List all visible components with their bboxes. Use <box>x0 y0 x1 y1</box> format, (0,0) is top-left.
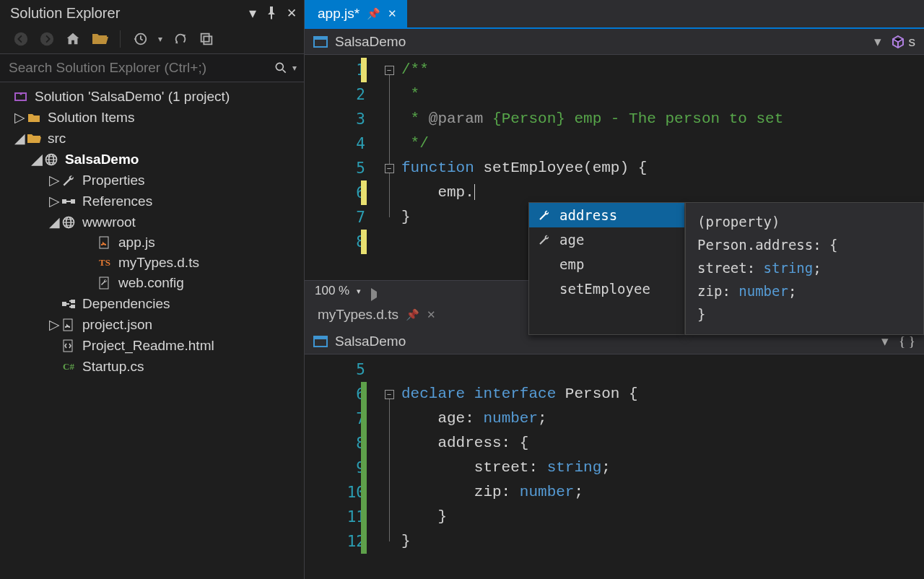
chevron-down-icon[interactable]: ▾ <box>881 333 889 349</box>
folder-open-icon[interactable] <box>91 32 108 46</box>
project-icon <box>313 36 328 48</box>
editor-appjs[interactable]: 1 2 3 4 5 6 7 8 − − /** * <box>305 55 924 280</box>
fold-strip: − <box>377 354 401 579</box>
tooltip-line: street: string; <box>697 256 912 279</box>
fold-toggle[interactable]: − <box>385 66 394 75</box>
dropdown-icon[interactable]: ▾ <box>158 34 162 44</box>
solution-explorer-title: Solution Explorer <box>10 5 249 22</box>
wrench-icon <box>538 233 552 246</box>
svg-rect-18 <box>64 319 72 331</box>
back-icon[interactable] <box>13 31 29 47</box>
properties-node[interactable]: ▷ Properties <box>3 170 301 191</box>
cs-file-icon: C# <box>61 361 77 373</box>
fold-toggle[interactable]: − <box>385 390 394 399</box>
search-icon[interactable] <box>274 61 288 75</box>
src-node[interactable]: ◢ src <box>3 128 301 149</box>
projectjson-node[interactable]: ▷ project.json <box>3 314 301 335</box>
svg-rect-16 <box>71 300 75 303</box>
tab-mytypes[interactable]: myTypes.d.ts 📌 ✕ <box>305 301 446 328</box>
fold-toggle[interactable]: − <box>385 164 394 173</box>
history-icon[interactable] <box>132 31 148 47</box>
references-node[interactable]: ▷ References <box>3 191 301 212</box>
globe-icon <box>43 152 59 167</box>
top-tabs: app.js* 📌 ✕ <box>305 0 924 29</box>
tree-label: Properties <box>82 173 145 188</box>
intellisense-popup: address age emp setEmployee (property) P… <box>528 202 924 335</box>
js-file-icon <box>97 236 113 249</box>
svg-point-1 <box>40 32 53 45</box>
search-dropdown-icon[interactable]: ▾ <box>292 63 297 73</box>
pin-icon[interactable]: 📌 <box>367 7 380 20</box>
chevron-down-icon[interactable]: ▾ <box>357 287 361 296</box>
project-icon <box>313 336 328 347</box>
tree-label: app.js <box>118 235 155 251</box>
close-icon[interactable]: ✕ <box>287 6 297 21</box>
collapse-all-icon[interactable] <box>199 31 214 47</box>
tree-label: myTypes.d.ts <box>118 255 199 271</box>
intellisense-item[interactable]: emp <box>529 252 684 277</box>
braces-icon[interactable]: { } <box>899 334 915 349</box>
line-gutter: 1 2 3 4 5 6 7 8 <box>305 55 377 280</box>
globe-icon <box>61 215 77 230</box>
code-body[interactable]: declare interface Person { age: number; … <box>401 354 924 579</box>
mytypes-node[interactable]: TS myTypes.d.ts <box>3 253 301 273</box>
pin-icon[interactable] <box>266 6 276 19</box>
solution-label: Solution 'SalsaDemo' (1 project) <box>35 89 230 105</box>
intellisense-item[interactable]: age <box>529 227 684 252</box>
svg-rect-23 <box>314 336 327 339</box>
tree-label: wwwroot <box>82 214 136 230</box>
chevron-down-icon[interactable]: ▾ <box>874 33 881 50</box>
project-name: SalsaDemo <box>335 334 406 349</box>
cube-icon[interactable] <box>892 35 905 48</box>
svg-rect-13 <box>100 237 108 248</box>
tab-appjs[interactable]: app.js* 📌 ✕ <box>305 0 407 27</box>
tooltip-line: (property) Person.address: { <box>697 210 912 256</box>
home-icon[interactable] <box>65 31 81 47</box>
project-dropdown-top[interactable]: SalsaDemo ▾ s <box>305 29 924 55</box>
wwwroot-node[interactable]: ◢ wwwroot <box>3 212 301 232</box>
dependencies-node[interactable]: ▷ Dependencies <box>3 293 301 314</box>
tree-label: References <box>82 193 152 209</box>
intellisense-item[interactable]: address <box>529 203 684 227</box>
dropdown-icon[interactable]: ▾ <box>249 4 256 22</box>
zoom-level[interactable]: 100 % <box>315 284 349 298</box>
solution-explorer-panel: Solution Explorer ▾ ✕ ▾ <box>0 0 305 579</box>
fold-strip: − − <box>377 55 401 280</box>
intellisense-list[interactable]: address age emp setEmployee <box>528 202 685 335</box>
intellisense-tooltip: (property) Person.address: { street: str… <box>685 202 924 335</box>
editor-area: app.js* 📌 ✕ SalsaDemo ▾ s 1 2 3 4 5 6 7 <box>305 0 924 579</box>
intellisense-item[interactable]: setEmployee <box>529 277 684 301</box>
svg-point-0 <box>14 32 27 45</box>
project-node[interactable]: ◢ SalsaDemo <box>3 149 301 170</box>
line-gutter: 5 6 7 8 9 10 11 12 <box>305 354 377 579</box>
startup-node[interactable]: ▷ C# Startup.cs <box>3 356 301 377</box>
tab-label: app.js* <box>318 6 359 22</box>
pin-icon[interactable]: 📌 <box>406 308 419 321</box>
editor-mytypes[interactable]: 5 6 7 8 9 10 11 12 − declare <box>305 354 924 579</box>
ts-file-icon: TS <box>97 257 113 269</box>
webconfig-node[interactable]: web.config <box>3 273 301 293</box>
tree-label: Startup.cs <box>82 359 144 375</box>
svg-rect-9 <box>62 199 66 204</box>
forward-icon[interactable] <box>39 31 55 47</box>
json-file-icon <box>61 318 77 331</box>
readme-node[interactable]: ▷ Project_Readme.html <box>3 335 301 356</box>
intellisense-label: setEmployee <box>559 281 650 297</box>
search-input[interactable] <box>4 57 274 79</box>
refresh-icon[interactable] <box>173 31 188 47</box>
solution-explorer-header: Solution Explorer ▾ ✕ <box>0 0 304 26</box>
project-name: SalsaDemo <box>335 34 406 50</box>
solution-items-node[interactable]: ▷ Solution Items <box>3 107 301 128</box>
appjs-node[interactable]: app.js <box>3 232 301 253</box>
solution-node[interactable]: Solution 'SalsaDemo' (1 project) <box>3 87 301 107</box>
close-icon[interactable]: ✕ <box>388 7 397 20</box>
tab-label: myTypes.d.ts <box>318 307 398 323</box>
search-row: ▾ <box>0 53 304 82</box>
svg-rect-3 <box>201 34 209 42</box>
svg-rect-17 <box>71 305 75 308</box>
close-icon[interactable]: ✕ <box>427 308 436 321</box>
svg-rect-15 <box>62 302 66 306</box>
wrench-icon <box>538 209 552 222</box>
tree-label: web.config <box>118 275 184 291</box>
svg-point-5 <box>276 63 283 70</box>
